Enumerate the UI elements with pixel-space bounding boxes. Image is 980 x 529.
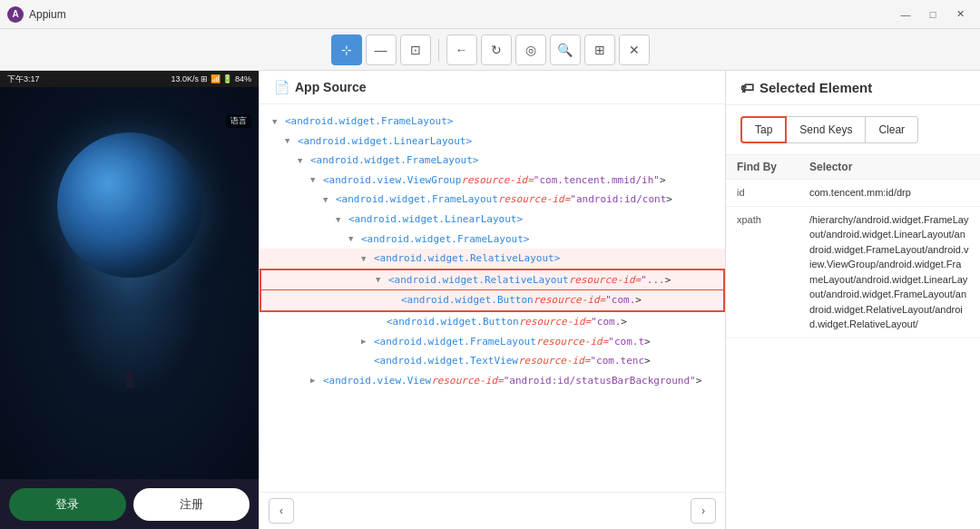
close-session-button[interactable]: ✕ — [619, 34, 650, 65]
tap-button[interactable]: Tap — [740, 116, 787, 143]
element-table: idcom.tencent.mm:id/drpxpath/hierarchy/a… — [726, 180, 980, 529]
tree-arrow: ▼ — [310, 173, 323, 186]
copy-button[interactable]: ⊞ — [584, 34, 615, 65]
tag-name: <android.widget.FrameLayout> — [361, 231, 529, 248]
tree-item[interactable]: <android.widget.TextView resource-id="co… — [260, 351, 725, 371]
selector-cell: /hierarchy/android.widget.FrameLayout/an… — [809, 212, 969, 332]
app-icon: A — [7, 6, 24, 23]
table-header: Find By Selector — [726, 155, 980, 180]
tree-item[interactable]: ▼<android.widget.FrameLayout resource-id… — [260, 190, 725, 210]
tag-name: <android.widget.RelativeLayout — [388, 272, 569, 289]
attr-name: resource-id= — [431, 373, 503, 389]
person-silhouette — [126, 370, 133, 388]
window-controls: — □ ✕ — [893, 5, 973, 24]
element-panel: 🏷 Selected Element Tap Send Keys Clear F… — [726, 71, 980, 529]
source-icon: 📄 — [274, 80, 289, 94]
attr-value: "android:id/statusBarBackground" — [504, 373, 696, 389]
tree-arrow: ▼ — [285, 134, 298, 147]
tag-name: <android.widget.FrameLayout> — [285, 113, 453, 130]
tap-tool-button[interactable]: ⊡ — [400, 34, 431, 65]
find-by-header: Find By — [737, 161, 809, 173]
element-actions: Tap Send Keys Clear — [726, 105, 980, 155]
tag-name: <android.widget.Button — [387, 314, 519, 330]
tree-arrow: ▼ — [348, 232, 361, 245]
tree-item[interactable]: ▼<android.widget.FrameLayout> — [260, 151, 725, 171]
source-title: App Source — [295, 80, 367, 94]
tag-suffix: > — [660, 172, 666, 189]
clear-button[interactable]: Clear — [866, 116, 918, 143]
tag-name: <android.widget.LinearLayout> — [298, 133, 472, 150]
attr-name: resource-id= — [461, 172, 533, 189]
device-screen[interactable]: 语言 — [0, 87, 259, 479]
tree-item[interactable]: <android.widget.Button resource-id="com.… — [260, 289, 725, 312]
attr-value: "com.t — [608, 334, 644, 350]
refresh-button[interactable]: ↻ — [481, 34, 512, 65]
attr-value: "com.tencent.mmid/ih" — [534, 172, 660, 189]
attr-value: "com. — [591, 314, 621, 330]
table-row: xpath/hierarchy/android.widget.FrameLayo… — [726, 207, 980, 338]
tree-item[interactable]: ▼<android.view.ViewGroup resource-id="co… — [260, 171, 725, 191]
title-bar: A Appium — □ ✕ — [0, 0, 980, 29]
tree-arrow: ▼ — [361, 252, 374, 265]
tree-item[interactable]: <android.widget.Button resource-id="com.… — [260, 312, 725, 332]
app-title: Appium — [29, 8, 893, 21]
tree-arrow: ▼ — [323, 193, 336, 206]
tag-name: <android.widget.FrameLayout> — [310, 152, 478, 169]
element-header: 🏷 Selected Element — [726, 71, 980, 105]
device-network: 13.0K/s ⊞ 📶 🔋 84% — [171, 74, 251, 83]
source-next-button[interactable]: › — [691, 498, 716, 524]
find-by-cell: xpath — [737, 212, 809, 225]
source-button[interactable]: ◎ — [515, 34, 546, 65]
source-panel: 📄 App Source ▼<android.widget.FrameLayou… — [259, 71, 726, 529]
tree-item[interactable]: ▼<android.widget.RelativeLayout> — [260, 249, 725, 269]
tag-suffix: > — [635, 292, 642, 309]
tree-item[interactable]: ▼<android.widget.FrameLayout> — [260, 230, 725, 250]
attr-name: resource-id= — [519, 314, 591, 330]
attr-value: "... — [641, 272, 665, 289]
planet-graphic — [57, 132, 202, 278]
tree-item[interactable]: ▼<android.widget.FrameLayout> — [260, 112, 725, 132]
tag-name: <android.widget.RelativeLayout> — [374, 250, 560, 267]
search-button[interactable]: 🔍 — [550, 34, 581, 65]
attr-name: resource-id= — [498, 191, 570, 208]
close-button[interactable]: ✕ — [947, 5, 973, 24]
tree-item[interactable]: ▼<android.widget.LinearLayout> — [260, 132, 725, 152]
tag-suffix: > — [696, 373, 702, 389]
send-keys-button[interactable]: Send Keys — [787, 116, 866, 143]
minimize-button[interactable]: — — [893, 5, 918, 24]
device-login-button[interactable]: 登录 — [9, 488, 126, 521]
attr-value: "com. — [605, 292, 635, 309]
select-tool-button[interactable]: ⊹ — [331, 34, 362, 65]
tag-suffix: > — [644, 334, 651, 350]
device-register-button[interactable]: 注册 — [133, 488, 250, 521]
source-prev-button[interactable]: ‹ — [269, 498, 294, 524]
device-time: 下午3:17 — [7, 73, 40, 85]
tag-name: <android.widget.FrameLayout — [336, 191, 498, 208]
device-bottom-bar: 登录 注册 — [0, 479, 259, 529]
back-button[interactable]: ← — [446, 34, 477, 65]
attr-value: "android:id/cont — [570, 191, 666, 208]
tree-item[interactable]: ▼<android.widget.LinearLayout> — [260, 210, 725, 230]
tree-item[interactable]: ▼<android.widget.RelativeLayout resource… — [260, 269, 725, 290]
attr-name: resource-id= — [569, 272, 641, 289]
find-by-cell: id — [737, 185, 809, 198]
swipe-tool-button[interactable]: — — [366, 34, 397, 65]
tag-name: <android.widget.LinearLayout> — [348, 211, 523, 228]
source-tree[interactable]: ▼<android.widget.FrameLayout>▼<android.w… — [260, 104, 725, 492]
main-content: 下午3:17 13.0K/s ⊞ 📶 🔋 84% 语言 登录 注册 📄 App … — [0, 71, 980, 529]
attr-value: "com.tenc — [590, 353, 644, 369]
lang-badge: 语言 — [226, 114, 251, 128]
tag-suffix: > — [666, 191, 672, 208]
tree-arrow: ▶ — [361, 335, 374, 348]
element-icon: 🏷 — [740, 80, 754, 95]
tree-item[interactable]: ▶<android.view.View resource-id="android… — [260, 371, 725, 391]
source-header: 📄 App Source — [260, 71, 725, 104]
toolbar: ⊹ — ⊡ ← ↻ ◎ 🔍 ⊞ ✕ — [0, 29, 980, 71]
tree-arrow: ▼ — [336, 213, 348, 226]
tag-suffix: > — [665, 272, 671, 289]
tree-item[interactable]: ▶<android.widget.FrameLayout resource-id… — [260, 332, 725, 352]
selector-cell: com.tencent.mm:id/drp — [809, 185, 969, 201]
maximize-button[interactable]: □ — [920, 5, 946, 24]
selector-header: Selector — [809, 161, 969, 173]
attr-name: resource-id= — [534, 292, 605, 309]
